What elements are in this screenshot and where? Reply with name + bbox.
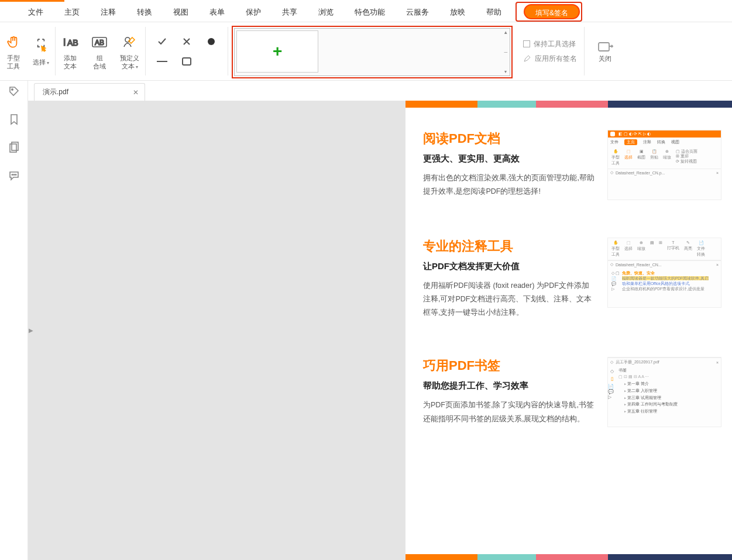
add-text-icon: IAB: [61, 32, 79, 52]
feature-bookmark: 巧用PDF书签 帮助您提升工作、学习效率 为PDF页面添加书签,除了实现内容的快…: [405, 335, 732, 442]
menubar: 文件 主页 注释 转换 视图 表单 保护 共享 浏览 特色功能 云服务 放映 帮…: [0, 2, 732, 22]
menu-home[interactable]: 主页: [54, 2, 90, 22]
menu-file[interactable]: 文件: [18, 2, 54, 22]
svg-rect-11: [12, 142, 18, 150]
shape-check-icon[interactable]: [156, 36, 168, 47]
doc-right-page: 阅读PDF文档 更强大、更实用、更高效 拥有出色的文档渲染效果,强大的页面管理功…: [405, 101, 732, 560]
svg-text:AB: AB: [67, 38, 78, 47]
checkbox-icon[interactable]: [523, 40, 530, 47]
tool-hand[interactable]: 手型 工具: [0, 22, 27, 80]
top-stripe: [405, 101, 732, 108]
keep-tool-select-label: 保持工具选择: [534, 39, 576, 49]
feature-read-pdf: 阅读PDF文档 更强大、更实用、更高效 拥有出色的文档渲染效果,强大的页面管理功…: [405, 108, 732, 215]
tool-select[interactable]: 选择: [27, 22, 55, 80]
svg-point-13: [13, 174, 15, 176]
menu-comment[interactable]: 注释: [90, 2, 126, 22]
tab-strip: 演示.pdf ✕: [28, 81, 732, 101]
svg-rect-10: [10, 144, 16, 152]
doc-left-pane: [28, 101, 405, 560]
apply-all-sign-label: 应用所有签名: [535, 54, 577, 64]
tool-select-label: 选择: [33, 59, 49, 66]
fill-sign-highlight: 填写&签名: [516, 2, 582, 22]
scroll-down-icon[interactable]: ▾: [504, 69, 507, 74]
ribbon-close-label: 关闭: [599, 55, 611, 63]
rail-pages-icon[interactable]: [7, 140, 21, 154]
feature-2-title: 专业的注释工具: [423, 238, 596, 255]
svg-point-9: [11, 89, 12, 90]
doc-viewport: ▶ 阅读PDF文档 更强大、更实用、更高效 拥有出色的文档渲染效果,强大的页面管…: [28, 101, 732, 560]
left-rail: [0, 81, 28, 560]
predef-text-icon: [122, 32, 138, 52]
feature-annotation: 专业的注释工具 让PDF文档发挥更大价值 使用福昕PDF阅读器 (foxit r…: [405, 215, 732, 335]
feature-2-desc: 使用福昕PDF阅读器 (foxit reader) 为PDF文件添加注释,可对P…: [423, 279, 596, 319]
svg-text:AB: AB: [95, 39, 104, 47]
menu-cloud[interactable]: 云服务: [396, 2, 439, 22]
tab-close-icon[interactable]: ✕: [133, 88, 139, 97]
tool-add-text[interactable]: IAB 添加 文本: [56, 22, 85, 80]
tool-combo-field-label: 组 合域: [93, 54, 106, 70]
ribbon-sep-3: [228, 27, 228, 75]
ribbon: 手型 工具 选择 IAB 添加 文本 AB 组 合域 预定义 文本: [0, 22, 732, 81]
pen-icon: [523, 54, 531, 63]
svg-rect-7: [183, 58, 191, 65]
scroll-up-icon[interactable]: ▲: [503, 30, 508, 35]
shape-buttons: [146, 22, 228, 80]
combo-field-icon: AB: [91, 32, 108, 52]
signature-gallery: + ▲ ─ ▾: [234, 28, 510, 76]
svg-point-5: [208, 38, 215, 45]
close-icon: [596, 40, 614, 55]
menu-protect[interactable]: 保护: [235, 2, 272, 22]
shape-x-icon[interactable]: [181, 36, 193, 47]
shape-dot-icon[interactable]: [205, 36, 217, 47]
feature-3-thumb: ◇员工手册_20120917.pdf× ◇ ▯ 📄 💬 ▷ 书签 ▢ ⊡ ▤ ⊟…: [607, 357, 721, 427]
shape-line-icon[interactable]: [156, 56, 168, 67]
rail-bookmark-icon[interactable]: [7, 112, 21, 126]
svg-rect-8: [599, 43, 609, 51]
svg-point-14: [15, 174, 16, 176]
panel-splitter[interactable]: ▶: [28, 319, 34, 342]
tool-predef-text-label: 预定义 文本: [120, 54, 139, 70]
signature-scrollbar[interactable]: ▲ ─ ▾: [501, 29, 510, 75]
menu-view[interactable]: 视图: [163, 2, 199, 22]
rail-tag-icon[interactable]: [7, 84, 21, 98]
tabs-and-doc: 演示.pdf ✕ ▶ 阅读PDF文档 更强大、更实用、更高效: [28, 81, 732, 560]
svg-point-12: [12, 174, 13, 176]
shape-rect-icon[interactable]: [181, 56, 193, 67]
signature-area-highlight: + ▲ ─ ▾: [232, 26, 513, 78]
apply-all-sign-option[interactable]: 应用所有签名: [523, 54, 577, 64]
menu-share[interactable]: 共享: [272, 2, 308, 22]
select-icon: [33, 36, 49, 56]
tool-add-text-label: 添加 文本: [64, 54, 77, 70]
feature-2-thumb: ✋手型 工具 ⬚选择 ⊕缩放 ▤ ⊞ T打字机 ✎高亮 📄文件 转换 ◇Data…: [607, 238, 721, 308]
feature-1-desc: 拥有出色的文档渲染效果,强大的页面管理功能,帮助提升效率,是您阅读PDF的理想选…: [423, 171, 596, 198]
rail-comments-icon[interactable]: [7, 169, 21, 183]
shape-empty: [205, 56, 217, 67]
menu-slideshow[interactable]: 放映: [439, 2, 476, 22]
menu-convert[interactable]: 转换: [126, 2, 163, 22]
menu-features[interactable]: 特色功能: [344, 2, 396, 22]
menu-browse[interactable]: 浏览: [308, 2, 344, 22]
feature-1-title: 阅读PDF文档: [423, 130, 596, 147]
add-signature-button[interactable]: +: [236, 30, 318, 73]
feature-2-subtitle: 让PDF文档发挥更大价值: [423, 261, 596, 272]
svg-text:I: I: [63, 37, 66, 47]
menu-fill-sign[interactable]: 填写&签名: [524, 4, 580, 19]
bottom-stripe: [405, 554, 732, 560]
hand-icon: [6, 32, 21, 52]
feature-3-subtitle: 帮助您提升工作、学习效率: [423, 380, 596, 391]
scroll-mid-icon[interactable]: ─: [504, 50, 507, 55]
feature-1-thumb: ◧ ▢ ◐ ⟳ ⇱ ▷ ◐ 文件 主页 注释 转换 视图 ✋手型 工具 ⬚选择 …: [607, 130, 721, 200]
menu-form[interactable]: 表单: [199, 2, 235, 22]
ribbon-options: 保持工具选择 应用所有签名: [516, 22, 584, 80]
feature-1-subtitle: 更强大、更实用、更高效: [423, 153, 596, 164]
tool-hand-label: 手型 工具: [7, 54, 20, 70]
plus-icon: +: [273, 42, 282, 61]
feature-3-desc: 为PDF页面添加书签,除了实现内容的快速导航,书签还能指明不同书签的层级关系,展…: [423, 398, 596, 425]
ribbon-close[interactable]: 关闭: [585, 22, 626, 80]
tool-predef-text[interactable]: 预定义 文本: [114, 22, 145, 80]
body-area: 演示.pdf ✕ ▶ 阅读PDF文档 更强大、更实用、更高效: [0, 81, 732, 560]
document-tab[interactable]: 演示.pdf ✕: [34, 83, 145, 101]
tool-combo-field[interactable]: AB 组 合域: [85, 22, 114, 80]
menu-help[interactable]: 帮助: [476, 2, 512, 22]
keep-tool-select-option[interactable]: 保持工具选择: [523, 39, 577, 49]
